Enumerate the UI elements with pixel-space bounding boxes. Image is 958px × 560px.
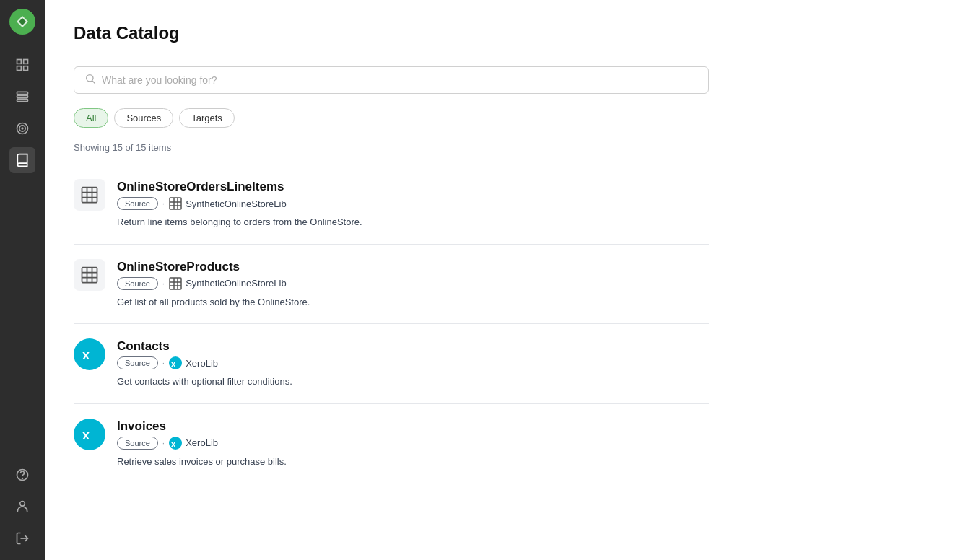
library-badge: SyntheticOnlineStoreLib: [169, 277, 286, 290]
catalog-list: OnlineStoreOrdersLineItems Source · Synt…: [74, 165, 709, 483]
source-badge: Source: [117, 277, 158, 290]
svg-rect-4: [24, 66, 28, 71]
dot-separator: ·: [162, 279, 165, 289]
item-description: Get list of all products sold by the Onl…: [117, 295, 709, 310]
svg-rect-7: [17, 99, 28, 101]
filter-sources-tab[interactable]: Sources: [114, 108, 173, 128]
list-item[interactable]: OnlineStoreProducts Source · SyntheticOn…: [74, 245, 709, 325]
lib-xero-icon: x: [169, 437, 182, 450]
svg-line-16: [92, 81, 95, 84]
grid-item-icon: [74, 259, 105, 291]
svg-text:x: x: [171, 359, 176, 368]
item-description: Get contacts with optional filter condit…: [117, 375, 709, 389]
svg-rect-17: [82, 188, 97, 203]
grid-nav-icon[interactable]: [9, 52, 35, 78]
help-nav-icon[interactable]: [9, 462, 35, 488]
library-name: XeroLib: [186, 437, 218, 448]
item-meta: Source · x XeroLib: [117, 437, 218, 450]
item-description: Retrieve sales invoices or purchase bill…: [117, 455, 709, 469]
filter-tabs: All Sources Targets: [74, 108, 929, 128]
item-title: OnlineStoreOrdersLineItems: [117, 180, 287, 194]
sidebar-bottom: [9, 462, 35, 551]
search-bar: [74, 66, 709, 94]
dot-separator: ·: [162, 198, 165, 209]
svg-point-13: [20, 502, 25, 507]
library-name: SyntheticOnlineStoreLib: [186, 278, 286, 289]
main-content: Data Catalog All Sources Targets Showing…: [45, 0, 958, 560]
filter-all-tab[interactable]: All: [74, 108, 108, 128]
library-name: SyntheticOnlineStoreLib: [186, 198, 286, 209]
library-badge: x XeroLib: [169, 437, 218, 450]
search-input[interactable]: [102, 74, 698, 86]
dot-separator: ·: [162, 438, 165, 448]
dot-separator: ·: [162, 358, 165, 368]
item-header: OnlineStoreProducts Source · SyntheticOn…: [74, 259, 709, 291]
library-badge: SyntheticOnlineStoreLib: [169, 197, 286, 210]
source-badge: Source: [117, 356, 158, 369]
item-header: OnlineStoreOrdersLineItems Source · Synt…: [74, 179, 709, 211]
svg-rect-2: [24, 60, 28, 64]
svg-rect-32: [170, 278, 181, 289]
xero-icon: x: [74, 419, 105, 450]
list-item[interactable]: x Invoices Source · x XeroLib Retrie: [74, 404, 709, 484]
search-icon: [84, 73, 96, 87]
svg-rect-1: [17, 60, 22, 64]
logout-nav-icon[interactable]: [9, 525, 35, 551]
svg-text:x: x: [82, 348, 90, 362]
svg-rect-5: [17, 92, 28, 94]
item-title: Invoices: [117, 419, 218, 434]
app-logo[interactable]: [9, 9, 35, 35]
grid-item-icon: [74, 179, 105, 211]
user-nav-icon[interactable]: [9, 494, 35, 520]
item-description: Return line items belonging to orders fr…: [117, 215, 709, 229]
sidebar: [0, 0, 45, 560]
item-title: Contacts: [117, 339, 218, 354]
layers-nav-icon[interactable]: [9, 84, 35, 110]
page-title: Data Catalog: [74, 23, 929, 43]
svg-point-10: [22, 128, 23, 129]
lib-grid-icon: [169, 197, 182, 210]
svg-rect-3: [17, 66, 22, 71]
library-name: XeroLib: [186, 358, 218, 369]
item-meta: Source · x XeroLib: [117, 356, 218, 369]
lib-xero-icon: x: [169, 356, 182, 369]
item-meta: Source · SyntheticOnlineStoreLib: [117, 277, 287, 290]
svg-rect-6: [17, 95, 28, 97]
svg-text:x: x: [171, 439, 176, 448]
svg-rect-22: [170, 198, 181, 209]
svg-text:x: x: [82, 428, 90, 442]
target-nav-icon[interactable]: [9, 115, 35, 141]
list-item[interactable]: OnlineStoreOrdersLineItems Source · Synt…: [74, 165, 709, 245]
library-badge: x XeroLib: [169, 356, 218, 369]
item-title: OnlineStoreProducts: [117, 260, 287, 274]
xero-icon: x: [74, 338, 105, 370]
showing-count: Showing 15 of 15 items: [74, 142, 929, 153]
item-meta: Source · SyntheticOnlineStoreLib: [117, 197, 287, 210]
svg-point-12: [22, 478, 23, 479]
book-nav-icon[interactable]: [9, 147, 35, 173]
source-badge: Source: [117, 197, 158, 210]
svg-rect-27: [82, 267, 97, 282]
list-item[interactable]: x Contacts Source · x XeroLib Get co: [74, 324, 709, 404]
lib-grid-icon: [169, 277, 182, 290]
item-header: x Contacts Source · x XeroLib: [74, 338, 709, 370]
source-badge: Source: [117, 437, 158, 450]
svg-point-15: [87, 75, 93, 82]
filter-targets-tab[interactable]: Targets: [179, 108, 235, 128]
item-header: x Invoices Source · x XeroLib: [74, 419, 709, 450]
